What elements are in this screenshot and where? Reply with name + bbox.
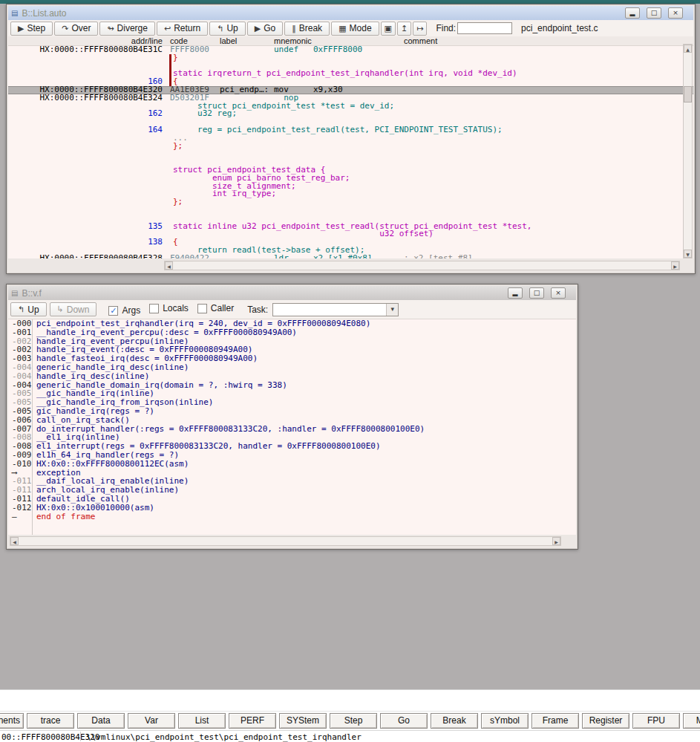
- frame-row[interactable]: -001__handle_irq_event_percpu(:desc = 0x…: [8, 328, 576, 337]
- frame-row[interactable]: -012HX:0x0::0x100010000(asm): [8, 504, 576, 512]
- frame-row[interactable]: -010HX:0x0::0xFFFF8000800112EC(asm): [8, 460, 576, 469]
- bookmark-prev-button[interactable]: ↥: [397, 22, 411, 36]
- frame-window-title: B::v.f: [22, 288, 41, 299]
- symbol-label: pci_endp…:: [220, 86, 269, 94]
- down-label: Down: [67, 305, 90, 315]
- frame-horizontal-scrollbar[interactable]: ◀ ▶: [10, 536, 561, 546]
- frame-row[interactable]: -005gic_handle_irq(regs = ?): [8, 407, 576, 416]
- return-button[interactable]: ↩Return: [157, 22, 208, 36]
- minimize-icon[interactable]: ▂: [508, 287, 523, 299]
- source-row[interactable]: 162 u32 reg;: [8, 110, 693, 118]
- diverge-button[interactable]: ↬Diverge: [99, 22, 155, 36]
- source-row[interactable]: enum pci_barno test_reg_bar;: [8, 175, 693, 183]
- toolbar-register-button[interactable]: Register: [582, 713, 629, 729]
- step-button[interactable]: ▶Step: [10, 22, 53, 36]
- source-text: };: [173, 143, 183, 151]
- asm-address: HX:0000::FFFF800080B4E324: [8, 94, 163, 102]
- frame-up-button[interactable]: ↰ Up: [10, 302, 47, 316]
- source-text: int irq_type;: [173, 190, 276, 198]
- toolbar-break-button[interactable]: Break: [431, 713, 478, 729]
- source-row[interactable]: size_t alignment;: [8, 183, 693, 191]
- column-comment: comment: [404, 36, 437, 45]
- toolbar-list-button[interactable]: List: [178, 713, 226, 729]
- toolbar-step-button[interactable]: Step: [330, 713, 377, 729]
- maximize-icon[interactable]: □: [529, 287, 544, 299]
- bookmark-next-button[interactable]: ↦: [413, 22, 427, 36]
- over-button[interactable]: ↷Over: [54, 22, 98, 36]
- frame-row[interactable]: -011default_idle_call(): [8, 495, 576, 504]
- frame-index: -011: [12, 495, 32, 504]
- toolbar-data-button[interactable]: Data: [77, 713, 125, 729]
- frame-function: pci_endpoint_test_irqhandler(irq = 240, …: [36, 319, 370, 328]
- toolbar-system-button[interactable]: SYStem: [279, 713, 327, 729]
- up-button[interactable]: ↰Up: [209, 22, 246, 36]
- source-row[interactable]: 164 reg = pci_endpoint_test_readl(test, …: [8, 126, 693, 134]
- break-button[interactable]: ‖Break: [284, 22, 330, 36]
- blank-row[interactable]: [8, 158, 693, 166]
- caller-checkbox[interactable]: Caller: [197, 303, 234, 313]
- toolbar-go-button[interactable]: Go: [380, 713, 428, 729]
- frame-index: -005: [12, 407, 32, 416]
- mnemonic: ldr x2,[x1,#0x8]: [274, 255, 372, 258]
- scroll-right-icon[interactable]: ▶: [671, 261, 679, 270]
- vertical-scrollbar-thumb[interactable]: [684, 86, 692, 102]
- blank-row[interactable]: [8, 150, 693, 158]
- source-row[interactable]: static irqreturn_t pci_endpoint_test_irq…: [8, 70, 693, 78]
- close-icon[interactable]: ×: [668, 7, 683, 19]
- frame-row[interactable]: -009el1h_64_irq_handler(regs = ?): [8, 451, 576, 460]
- close-icon[interactable]: ×: [551, 287, 566, 299]
- scroll-down-icon[interactable]: ▼: [684, 250, 692, 258]
- maximize-icon[interactable]: □: [647, 7, 661, 19]
- frame-row[interactable]: -006call_on_irq_stack(): [8, 416, 576, 425]
- toolbar-components-button[interactable]: Components: [0, 713, 24, 729]
- source-row[interactable]: struct pci_endpoint_test *test = dev_id;: [8, 102, 693, 111]
- toolbar-symbol-button[interactable]: sYmbol: [481, 713, 529, 729]
- toolbar-perf-button[interactable]: PERF: [229, 713, 276, 729]
- list-window: ▤ B::List.auto ▂ □ × ▶Step↷Over↬Diverge↩…: [6, 4, 696, 274]
- source-row[interactable]: int irq_type;: [8, 190, 693, 198]
- frame-row[interactable]: -004generic_handle_irq_desc(inline): [8, 363, 576, 372]
- frame-index: -000: [12, 319, 32, 328]
- asm-row[interactable]: HX:0000::FFFF800080B4E328F9400422ldr x2,…: [8, 255, 693, 258]
- minimize-icon[interactable]: ▂: [625, 7, 640, 19]
- break-icon: ‖: [292, 25, 296, 33]
- source-row[interactable]: }: [8, 54, 693, 62]
- toolbar-mmu-button[interactable]: MMU: [683, 713, 700, 729]
- list-vertical-scrollbar[interactable]: ▲ ▼: [683, 44, 693, 258]
- scroll-up-icon[interactable]: ▲: [684, 45, 692, 53]
- mode-button[interactable]: ▦Mode: [331, 22, 379, 36]
- asm-row[interactable]: HX:0000::FFFF800080B4E31CFFFF8000undef 0…: [8, 46, 693, 54]
- source-row[interactable]: struct pci_endpoint_test_data {: [8, 166, 693, 175]
- go-button[interactable]: ▶Go: [247, 22, 283, 36]
- list-column-header: addr/line code label mnemonic comment: [8, 36, 693, 45]
- frame-rows: -000pci_endpoint_test_irqhandler(irq = 2…: [8, 319, 576, 521]
- frame-row[interactable]: —end of frame: [8, 512, 576, 521]
- toolbar-trace-button[interactable]: trace: [27, 713, 74, 729]
- scroll-right-icon[interactable]: ▶: [552, 537, 560, 545]
- track-button[interactable]: ▣: [381, 22, 396, 36]
- source-text: reg = pci_endpoint_test_readl(test, PCI_…: [173, 126, 503, 134]
- list-horizontal-scrollbar[interactable]: ◀ ▶: [164, 261, 680, 270]
- source-row[interactable]: };: [8, 143, 693, 151]
- line-number: 162: [8, 110, 163, 118]
- locals-checkbox[interactable]: Locals: [149, 303, 189, 313]
- args-checkbox[interactable]: ✓Args: [108, 305, 140, 316]
- frame-row[interactable]: -004handle_irq_desc(inline): [8, 372, 576, 381]
- frame-window-titlebar[interactable]: ▤ B::v.f ▂ □ ×: [8, 286, 576, 300]
- dropdown-arrow-icon[interactable]: ▾: [386, 304, 398, 316]
- source-row[interactable]: u32 offset): [8, 230, 693, 238]
- blank-row[interactable]: [8, 206, 693, 215]
- source-change-marker: [169, 54, 171, 86]
- toolbar-frame-button[interactable]: Frame: [531, 713, 579, 729]
- toolbar-var-button[interactable]: Var: [128, 713, 175, 729]
- source-row[interactable]: };: [8, 198, 693, 206]
- source-row[interactable]: ...: [8, 134, 693, 143]
- scroll-left-icon[interactable]: ◀: [10, 537, 19, 545]
- toolbar-fpu-button[interactable]: FPU: [632, 713, 680, 729]
- scroll-left-icon[interactable]: ◀: [165, 261, 173, 270]
- list-window-titlebar[interactable]: ▤ B::List.auto ▂ □ ×: [8, 6, 693, 20]
- frame-down-button[interactable]: ↳ Down: [50, 302, 97, 316]
- mode-icon: ▦: [338, 25, 346, 33]
- task-select[interactable]: ▾: [272, 303, 399, 316]
- find-input[interactable]: [457, 22, 512, 34]
